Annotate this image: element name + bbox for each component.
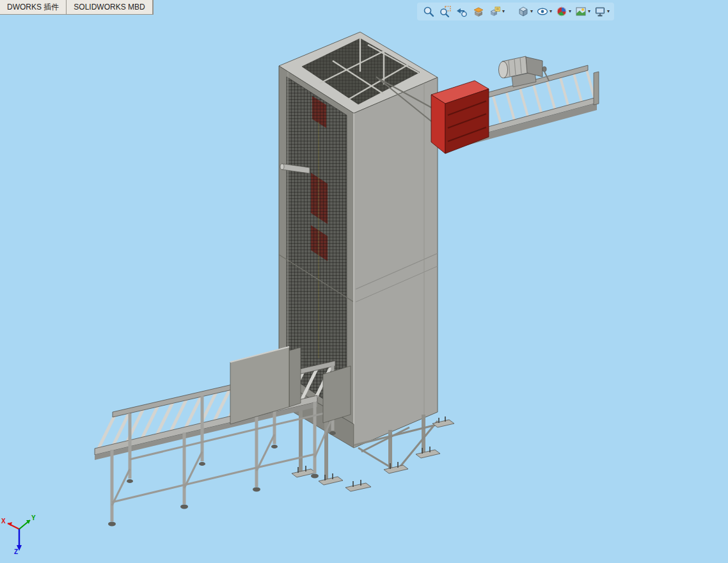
dynamic-annotation-views-dropdown-caret[interactable]: ▾ — [502, 9, 505, 14]
hide-show-items-icon — [537, 6, 548, 17]
apply-scene-button[interactable] — [573, 4, 589, 19]
commandmanager-tabstrip: DWORKS 插件 SOLIDWORKS MBD — [0, 0, 154, 15]
previous-view-button[interactable] — [454, 4, 470, 19]
dynamic-annotation-views-icon — [489, 6, 501, 17]
triad-x-label: X — [1, 518, 6, 525]
edit-appearance-button[interactable] — [554, 4, 569, 19]
view-settings-button[interactable] — [592, 4, 608, 19]
heads-up-view-toolbar: ▾ ▾ ▾ ▾ ▾ — [417, 3, 614, 20]
tab-solidworks-mbd[interactable]: SOLIDWORKS MBD — [67, 0, 152, 14]
hide-show-items-button[interactable] — [535, 4, 550, 19]
previous-view-icon — [456, 6, 468, 17]
apply-scene-dropdown-caret[interactable]: ▾ — [588, 9, 590, 14]
edit-appearance-dropdown-caret[interactable]: ▾ — [569, 9, 571, 14]
triad-z-label: Z — [14, 548, 18, 555]
zoom-to-area-icon — [439, 6, 451, 17]
tab-label: SOLIDWORKS MBD — [74, 3, 145, 12]
tab-label: DWORKS 插件 — [7, 2, 59, 13]
display-style-button[interactable] — [516, 4, 531, 19]
zoom-to-fit-button[interactable] — [421, 4, 436, 19]
display-style-icon — [518, 6, 529, 17]
edit-appearance-icon — [556, 6, 567, 17]
section-view-button[interactable] — [471, 4, 486, 19]
elevator-tower[interactable] — [279, 32, 438, 448]
zoom-to-fit-icon — [423, 6, 434, 17]
triad-y-label: Y — [31, 514, 36, 521]
3d-viewport[interactable]: X Y Z — [0, 0, 728, 563]
apply-scene-icon — [575, 6, 587, 17]
section-view-icon — [473, 6, 484, 17]
hide-show-items-dropdown-caret[interactable]: ▾ — [550, 9, 552, 14]
orientation-triad: X Y Z — [1, 514, 36, 555]
zoom-to-area-button[interactable] — [438, 4, 453, 19]
dynamic-annotation-views-button[interactable] — [487, 4, 503, 19]
tab-solidworks-addins[interactable]: DWORKS 插件 — [0, 0, 67, 14]
hud-separator — [507, 5, 514, 18]
view-settings-dropdown-caret[interactable]: ▾ — [607, 9, 610, 14]
display-style-dropdown-caret[interactable]: ▾ — [530, 9, 533, 14]
red-crate[interactable] — [431, 81, 489, 154]
view-settings-icon — [594, 6, 606, 17]
